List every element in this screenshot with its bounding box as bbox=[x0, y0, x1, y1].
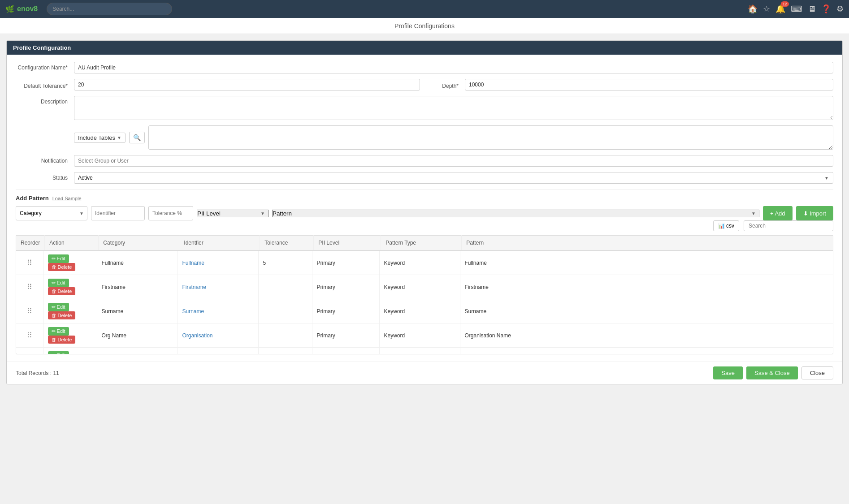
load-sample-link[interactable]: Load Sample bbox=[52, 196, 82, 201]
card-header: Profile Configuration bbox=[7, 41, 842, 55]
pattern-type-cell: Keyword bbox=[379, 275, 460, 299]
pattern-cell: Fullname bbox=[460, 251, 833, 275]
tolerance-percent-input[interactable] bbox=[148, 206, 193, 220]
notification-label: Notification bbox=[16, 155, 74, 164]
add-button[interactable]: + Add bbox=[763, 206, 793, 220]
pii-level-cell: Primary bbox=[312, 251, 379, 275]
pattern-type-cell: Keyword bbox=[379, 251, 460, 275]
monitor-icon[interactable]: 🖥 bbox=[808, 4, 816, 14]
settings-icon[interactable]: ⚙ bbox=[836, 4, 844, 14]
footer-buttons: Save Save & Close Close bbox=[713, 366, 833, 379]
pattern-cell: Email bbox=[460, 348, 833, 354]
pii-level-select-wrap: PII Level bbox=[197, 210, 269, 217]
identifier-input[interactable] bbox=[91, 206, 145, 220]
pattern-select-wrap: Pattern bbox=[272, 210, 759, 217]
status-label: Status bbox=[16, 172, 74, 181]
pattern-cell: Firstname bbox=[460, 275, 833, 299]
save-close-button[interactable]: Save & Close bbox=[746, 366, 798, 379]
main-content: Profile Configuration Configuration Name… bbox=[0, 34, 849, 504]
action-cell: ✏ Edit 🗑 Delete bbox=[43, 275, 97, 299]
edit-button[interactable]: ✏ Edit bbox=[48, 327, 69, 336]
identifier-link[interactable]: Fullname bbox=[182, 260, 204, 266]
identifier-cell: Fullname bbox=[178, 251, 258, 275]
drag-handle-cell: ⠿ bbox=[16, 299, 43, 323]
total-records: Total Records : 11 bbox=[16, 370, 59, 376]
edit-button[interactable]: ✏ Edit bbox=[48, 351, 69, 354]
identifier-cell: Surname bbox=[178, 299, 258, 323]
pii-level-select[interactable]: PII Level bbox=[197, 210, 269, 217]
include-tables-select[interactable]: Include Tables ▼ bbox=[74, 133, 126, 143]
pattern-select[interactable]: Pattern bbox=[272, 210, 759, 217]
include-label bbox=[16, 125, 74, 128]
category-cell: Email bbox=[97, 348, 178, 354]
table-search-input[interactable] bbox=[744, 220, 833, 231]
csv-button[interactable]: 📊 csv bbox=[713, 220, 739, 231]
identifier-link[interactable]: Firstname bbox=[182, 284, 206, 290]
close-button[interactable]: Close bbox=[801, 366, 833, 379]
col-tolerance: Tolerance bbox=[260, 236, 314, 251]
delete-button[interactable]: 🗑 Delete bbox=[48, 263, 76, 271]
config-name-input[interactable] bbox=[74, 62, 833, 73]
table-header-row: Reorder Action Category Identfier Tolera… bbox=[16, 236, 833, 251]
card-footer: Total Records : 11 Save Save & Close Clo… bbox=[7, 362, 842, 384]
drag-handle-cell: ⠿ bbox=[16, 348, 43, 354]
table-scroll-area[interactable]: ⠿ ✏ Edit 🗑 Delete Fullname Fullname 5 Pr… bbox=[16, 251, 833, 354]
category-select[interactable]: Category bbox=[16, 206, 87, 220]
edit-button[interactable]: ✏ Edit bbox=[48, 254, 69, 263]
description-textarea[interactable] bbox=[74, 96, 833, 120]
help-icon[interactable]: ❓ bbox=[821, 4, 831, 14]
drag-handle-icon[interactable]: ⠿ bbox=[27, 283, 32, 291]
star-icon[interactable]: ☆ bbox=[763, 4, 770, 14]
include-search-button[interactable]: 🔍 bbox=[129, 132, 145, 143]
tolerance-input[interactable] bbox=[74, 79, 420, 90]
depth-group: Depth* bbox=[429, 79, 833, 90]
include-textarea[interactable] bbox=[148, 125, 833, 150]
description-row: Description bbox=[16, 96, 833, 120]
keyboard-icon[interactable]: ⌨ bbox=[791, 4, 802, 14]
table-row: ⠿ ✏ Edit 🗑 Delete Surname Surname Primar… bbox=[16, 299, 833, 323]
pattern-cell: Organisation Name bbox=[460, 323, 833, 348]
status-select[interactable]: Active Inactive bbox=[74, 172, 833, 184]
edit-button[interactable]: ✏ Edit bbox=[48, 279, 69, 287]
col-category: Category bbox=[99, 236, 179, 251]
identifier-link[interactable]: Surname bbox=[182, 308, 204, 314]
action-cell: ✏ Edit 🗑 Delete bbox=[43, 299, 97, 323]
delete-button[interactable]: 🗑 Delete bbox=[48, 336, 76, 344]
delete-button[interactable]: 🗑 Delete bbox=[48, 311, 76, 319]
tolerance-cell bbox=[258, 348, 312, 354]
app-name: enov8 bbox=[17, 5, 38, 13]
col-pii-level: PII Level bbox=[314, 236, 381, 251]
app-logo: 🌿 enov8 bbox=[5, 5, 38, 13]
drag-handle-cell: ⠿ bbox=[16, 275, 43, 299]
config-name-label: Configuration Name* bbox=[16, 62, 74, 71]
import-button[interactable]: ⬇ Import bbox=[796, 206, 833, 220]
top-search-input[interactable] bbox=[47, 3, 172, 15]
home-icon[interactable]: 🏠 bbox=[748, 4, 758, 14]
description-label: Description bbox=[16, 96, 74, 105]
category-cell: Firstname bbox=[97, 275, 178, 299]
identifier-cell: Email bbox=[178, 348, 258, 354]
tolerance-label: Default Tolerance* bbox=[16, 80, 74, 89]
table-row: ⠿ ✏ Edit 🗑 Delete Fullname Fullname 5 Pr… bbox=[16, 251, 833, 275]
include-tables-row: Include Tables ▼ 🔍 bbox=[16, 125, 833, 150]
page-title-bar: Profile Configurations bbox=[0, 18, 849, 34]
table-row: ⠿ ✏ Edit 🗑 Delete Email Email Primary Re… bbox=[16, 348, 833, 354]
notification-input[interactable] bbox=[74, 155, 833, 167]
config-name-row: Configuration Name* bbox=[16, 62, 833, 73]
total-records-count: 11 bbox=[53, 370, 59, 376]
category-cell: Org Name bbox=[97, 323, 178, 348]
drag-handle-icon[interactable]: ⠿ bbox=[27, 332, 32, 339]
identifier-link[interactable]: Organisation bbox=[182, 332, 213, 339]
include-group: Include Tables ▼ 🔍 bbox=[74, 125, 833, 150]
category-cell: Surname bbox=[97, 299, 178, 323]
page-title: Profile Configurations bbox=[394, 22, 455, 30]
notification-icon[interactable]: 🔔 bbox=[775, 4, 785, 14]
patterns-table-body: ⠿ ✏ Edit 🗑 Delete Fullname Fullname 5 Pr… bbox=[16, 251, 833, 354]
drag-handle-icon[interactable]: ⠿ bbox=[27, 259, 32, 267]
edit-button[interactable]: ✏ Edit bbox=[48, 303, 69, 311]
depth-input[interactable] bbox=[465, 79, 833, 90]
save-button[interactable]: Save bbox=[713, 366, 743, 379]
tolerance-depth-row: Default Tolerance* Depth* bbox=[16, 79, 833, 90]
drag-handle-icon[interactable]: ⠿ bbox=[27, 307, 32, 315]
delete-button[interactable]: 🗑 Delete bbox=[48, 287, 76, 295]
